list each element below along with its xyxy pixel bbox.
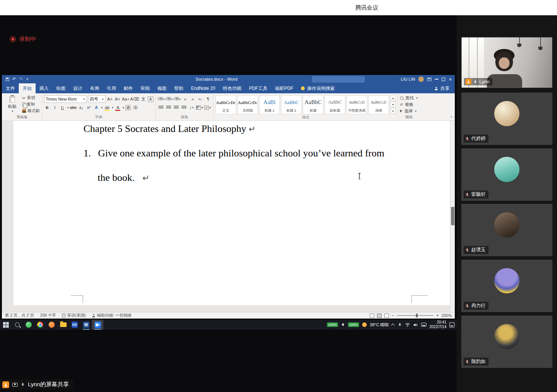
align-left-button[interactable] (158, 104, 164, 111)
char-shading-button[interactable]: A (125, 105, 131, 111)
taskbar-meeting[interactable] (92, 320, 103, 330)
tab-help[interactable]: 帮助 (170, 83, 187, 93)
paste-button[interactable]: 粘贴 ▾ (5, 95, 20, 114)
tab-review[interactable]: 审阅 (137, 83, 154, 93)
justify-button[interactable] (181, 104, 187, 111)
tab-special-features[interactable]: 特色功能 (219, 83, 245, 93)
zoom-in-button[interactable]: + (436, 313, 439, 318)
clear-format-button[interactable]: A⌫ (130, 96, 139, 103)
account-name[interactable]: LIU LIN (401, 77, 415, 81)
shrink-font-button[interactable]: A˅ (114, 96, 121, 103)
tab-layout[interactable]: 布局 (86, 83, 103, 93)
style-heading1[interactable]: AaBl标题 1 (259, 95, 280, 114)
participant-tile-lynn[interactable]: Lynn (461, 37, 552, 88)
tell-me-search[interactable]: 操作说明搜索 (297, 83, 338, 93)
style-emphasis[interactable]: AaBbCcD强调 (368, 95, 389, 114)
text-effects-button[interactable]: A (93, 104, 100, 111)
participant-tile[interactable]: 赵璞玉 (461, 204, 552, 256)
scrollbar-thumb[interactable] (451, 207, 454, 225)
mic-tray-icon[interactable] (398, 322, 402, 327)
font-color-button[interactable]: A (114, 104, 121, 111)
zoom-level[interactable]: 200% (441, 313, 452, 318)
read-mode-icon[interactable] (370, 314, 374, 318)
wifi-icon[interactable] (405, 323, 410, 327)
speaker-icon[interactable] (413, 323, 418, 327)
find-button[interactable]: 查找▾ (400, 95, 418, 101)
phonetic-guide-button[interactable]: 文 (140, 96, 147, 103)
font-group-label[interactable]: 字体 (44, 114, 154, 120)
decrease-indent-button[interactable]: « (182, 96, 188, 103)
increase-indent-button[interactable]: » (189, 96, 196, 103)
share-button[interactable]: 共享 (429, 83, 455, 93)
undo-icon[interactable]: ↶ (12, 77, 16, 81)
ribbon-display-options-icon[interactable] (427, 78, 431, 81)
align-center-button[interactable] (165, 104, 172, 111)
taskbar-word[interactable]: W (80, 320, 92, 330)
file-explorer-button[interactable] (57, 320, 69, 330)
tab-foxit-pdf[interactable]: 福昕PDF (271, 83, 297, 93)
align-right-button[interactable] (173, 104, 180, 111)
zoom-slider[interactable] (397, 315, 433, 316)
show-marks-button[interactable]: ¶ (205, 96, 211, 103)
save-icon[interactable] (6, 78, 9, 81)
strikethrough-button[interactable]: abc (70, 104, 77, 111)
line-spacing-button[interactable]: ↕▾ (188, 104, 195, 111)
style-subtitle[interactable]: AaBbC副标题 (325, 95, 345, 114)
shading-button[interactable]: ▾ (196, 104, 203, 111)
tab-home[interactable]: 开始 (19, 83, 36, 93)
underline-button[interactable]: U (59, 104, 66, 111)
search-button[interactable] (11, 320, 23, 330)
account-avatar[interactable] (418, 76, 424, 82)
zoom-out-button[interactable]: − (392, 313, 394, 318)
styles-group-label[interactable]: 样式 (216, 114, 396, 121)
action-center-icon[interactable] (449, 322, 454, 327)
web-layout-icon[interactable] (384, 314, 389, 318)
style-heading2[interactable]: AaBbC标题 2 (281, 95, 302, 114)
copy-button[interactable]: 复制 (22, 101, 40, 107)
style-title[interactable]: AaBbC标题 (303, 95, 323, 114)
vertical-scrollbar[interactable] (450, 121, 455, 312)
participant-tile[interactable]: 冉力行 (461, 260, 552, 312)
style-normal[interactable]: AaBbCcDc正文 (216, 95, 236, 114)
accessibility-status[interactable]: 辅助功能: 一切就绪 (92, 313, 131, 318)
style-subtle-emphasis[interactable]: AaBbCcD不明显强调 (346, 95, 367, 114)
taskbar-app-green[interactable] (23, 320, 34, 330)
tab-insert[interactable]: 插入 (36, 83, 52, 93)
subscript-button[interactable]: x₂ (78, 104, 84, 111)
participant-tile[interactable]: 陈韵如 (461, 316, 552, 368)
italic-button[interactable]: I (52, 104, 58, 111)
redo-icon[interactable]: ↷ (19, 77, 23, 81)
print-layout-icon[interactable] (377, 314, 382, 318)
language-indicator[interactable]: 英语(美国) (62, 313, 86, 318)
sort-button[interactable]: A↓ (197, 96, 204, 103)
bullets-button[interactable]: ▾ (158, 96, 165, 103)
cut-button[interactable]: ✂剪切 (22, 95, 40, 101)
participant-tile[interactable]: 代婷婷 (461, 93, 552, 145)
multilevel-list-button[interactable]: ▾ (174, 96, 181, 103)
numbering-button[interactable]: ▾ (166, 96, 173, 103)
gallery-more-icon[interactable]: ▼ (390, 108, 396, 114)
taskbar-clock[interactable]: 20:41 2022/7/14 (430, 320, 447, 329)
customize-qat-icon[interactable]: ▾ (26, 77, 28, 81)
tray-overflow-icon[interactable] (391, 323, 395, 327)
clipboard-group-label[interactable]: 剪贴板 (5, 114, 40, 120)
tab-file[interactable]: 文件 (2, 83, 19, 93)
bold-button[interactable]: B (44, 104, 51, 111)
tab-pdf-tools[interactable]: PDF工具 (245, 83, 271, 93)
maximize-button[interactable] (442, 78, 445, 81)
change-case-button[interactable]: Aa▾ (122, 96, 129, 103)
font-size-combo[interactable]: 四号▾ (88, 95, 106, 103)
touch-keyboard-icon[interactable] (421, 323, 426, 327)
tab-draw[interactable]: 绘图 (52, 83, 69, 93)
minimize-button[interactable] (435, 79, 438, 80)
select-button[interactable]: 选择▾ (400, 108, 418, 114)
paragraph-group-label[interactable]: 段落 (158, 114, 211, 120)
weather-widget[interactable]: 38°C 晴朗 (370, 322, 389, 328)
document-area[interactable]: Chapter 5 Socrates and Later Philosophy↵… (2, 121, 455, 312)
format-painter-button[interactable]: 格式刷 (22, 108, 40, 114)
tab-design[interactable]: 设计 (69, 83, 86, 93)
replace-button[interactable]: ⇄替换 (400, 101, 418, 107)
borders-button[interactable]: ▾ (204, 104, 211, 111)
close-button[interactable]: × (449, 77, 452, 82)
editing-group-label[interactable]: 编辑 (400, 114, 418, 120)
